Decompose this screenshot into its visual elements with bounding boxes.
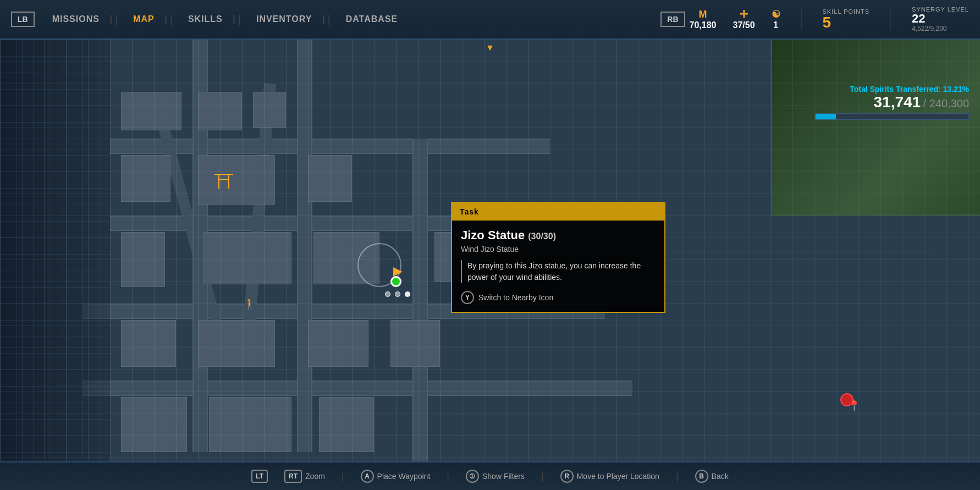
hint-move: R Move to Player Location: [560, 470, 659, 483]
task-subtitle: Wind Jizo Statue: [461, 245, 656, 254]
magatama-icon: ✛: [740, 8, 748, 20]
task-action[interactable]: Y Switch to Nearby Icon: [461, 291, 656, 304]
top-center-arrow: ▼: [486, 43, 494, 53]
spirits-panel: Total Spirits Transferred: 13.21% 31,741…: [815, 85, 969, 120]
nav-missions[interactable]: MISSIONS: [39, 14, 113, 24]
nav-database[interactable]: DATABASE: [333, 14, 411, 24]
action-text: Switch to Nearby Icon: [478, 293, 553, 302]
magatama-stat: ✛ 37/50: [733, 8, 755, 30]
nav-dot-2: [395, 291, 400, 297]
hint-divider-4: |: [676, 471, 679, 482]
task-direction-arrow: ▶: [393, 264, 403, 278]
map-background: Total Spirits Transferred: 13.21% 31,741…: [0, 40, 980, 461]
spirits-value-row: 31,741 / 240,300: [815, 93, 969, 111]
rb-button[interactable]: RB: [660, 12, 685, 27]
task-header: Task: [452, 203, 664, 221]
task-popup: Task Jizo Statue (30/30) Wind Jizo Statu…: [451, 202, 665, 313]
spirits-bar-fill: [816, 114, 836, 119]
task-description: By praying to this Jizo statue, you can …: [461, 260, 656, 283]
hint-divider-1: |: [342, 471, 344, 482]
filter-button[interactable]: ①: [466, 470, 479, 483]
task-body: Jizo Statue (30/30) Wind Jizo Statue By …: [452, 221, 664, 312]
hint-back: B Back: [695, 470, 729, 483]
a-button[interactable]: A: [361, 470, 374, 483]
hint-filters: ① Show Filters: [466, 470, 525, 483]
b-button[interactable]: B: [695, 470, 708, 483]
lt-button[interactable]: LT: [251, 470, 268, 483]
move-text: Move to Player Location: [577, 472, 659, 481]
money-stat: M 70,180: [690, 9, 717, 30]
zoom-text: Zoom: [305, 472, 325, 481]
synergy-block: SYNERGY LEVEL 22 4,522/9,200: [912, 6, 969, 32]
nav-dot-3: [405, 291, 410, 297]
yin-yang-icon: ☯: [772, 8, 780, 20]
hint-rt: RT Zoom: [284, 470, 325, 483]
topbar: LB MISSIONS | MAP | SKILLS | INVENTORY |…: [0, 0, 980, 40]
spirits-current: 31,741: [873, 93, 921, 111]
nav-map[interactable]: MAP: [120, 14, 168, 24]
skill-points-value: 5: [823, 15, 832, 30]
enemy-flag: 📍: [848, 400, 860, 412]
spirits-separator: /: [923, 97, 929, 109]
nav-menu: MISSIONS | MAP | SKILLS | INVENTORY | DA…: [39, 13, 661, 26]
synergy-sub: 4,522/9,200: [912, 25, 946, 32]
spirit-stat: ☯ 1: [772, 8, 780, 30]
map-container[interactable]: Total Spirits Transferred: 13.21% 31,741…: [0, 40, 980, 461]
rt-button[interactable]: RT: [284, 470, 302, 483]
task-count: (30/30): [528, 232, 556, 241]
waypoint-text: Place Waypoint: [377, 472, 431, 481]
spirits-max: 240,300: [929, 97, 969, 109]
skill-points-block: SKILL POINTS 5: [823, 8, 870, 30]
task-title: Jizo Statue (30/30): [461, 228, 656, 243]
spirits-bar-container: [815, 113, 969, 120]
task-name: Jizo Statue: [461, 228, 525, 242]
magatama-value: 37/50: [733, 20, 755, 30]
hint-divider-2: |: [447, 471, 449, 482]
bottombar: LT RT Zoom | A Place Waypoint | ① Show F…: [0, 461, 980, 490]
back-text: Back: [712, 472, 729, 481]
money-value: 70,180: [690, 20, 717, 30]
synergy-value: 22: [912, 13, 925, 25]
y-button[interactable]: Y: [461, 291, 474, 304]
nav-dot-1: [385, 291, 390, 297]
hint-lt: LT: [251, 470, 268, 483]
hint-waypoint: A Place Waypoint: [361, 470, 431, 483]
nav-skills[interactable]: SKILLS: [175, 14, 236, 24]
filters-text: Show Filters: [482, 472, 525, 481]
spirit-value: 1: [773, 20, 778, 30]
spirits-transferred-label: Total Spirits Transferred: 13.21%: [815, 85, 969, 93]
r-button[interactable]: R: [560, 470, 574, 483]
hint-divider-3: |: [541, 471, 544, 482]
money-icon: M: [699, 9, 707, 20]
npc-marker: 🚶: [243, 297, 257, 310]
torii-icon: ⛩: [214, 170, 234, 194]
nav-inventory[interactable]: INVENTORY: [243, 14, 325, 24]
navigation-dots: [385, 291, 410, 297]
lb-button[interactable]: LB: [11, 12, 35, 27]
stats-area: M 70,180 ✛ 37/50 ☯ 1 SKILL POINTS 5 SYNE…: [690, 6, 969, 32]
